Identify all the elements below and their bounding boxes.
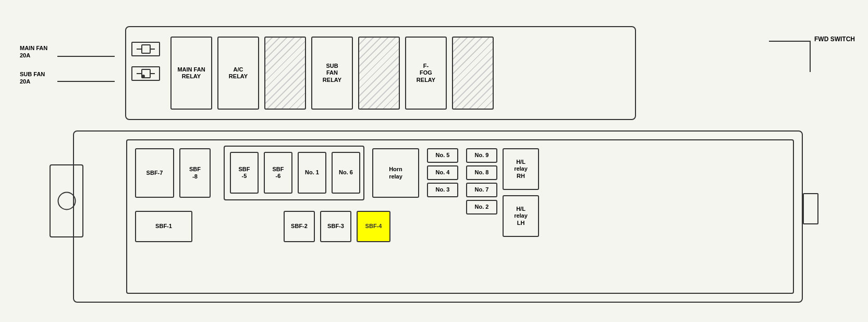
sbf6-box: SBF-6 [264,152,292,194]
no6-box: No. 6 [332,152,360,194]
no1-box: No. 1 [298,152,326,194]
main-fan-label: MAIN FAN20A [20,44,47,59]
no3-box: No. 3 [427,183,458,197]
inner-section-box: SBF-7 SBF-8 SBF-5 SBF-6 No. 1 [126,139,794,294]
sbf3-box: SBF-3 [320,211,351,242]
blank-relay-3 [452,37,494,110]
hl-relay-rh-box: H/LrelayRH [503,148,539,190]
bottom-main-box: SBF-7 SBF-8 SBF-5 SBF-6 No. 1 [73,130,803,303]
fuse-diagram: MAIN FAN20A SUB FAN20A MAIN FAN RELAY A/… [10,10,858,313]
sbf7-box: SBF-7 [135,148,174,198]
sub-fan-fuse-symbol [131,66,160,81]
f-fog-relay-box: F-FOGRELAY [405,37,447,110]
top-relay-box: MAIN FAN RELAY A/CRELAY SUBFANRELAY F-FO… [125,26,636,120]
blank-relay-2 [358,37,400,110]
sub-fan-relay-box: SUBFANRELAY [311,37,353,110]
no7-box: No. 7 [466,183,497,197]
no-col-2: No. 9 No. 8 No. 7 No. 2 [466,148,497,214]
sbf1-box: SBF-1 [135,211,192,242]
hl-relay-lh-box: H/LrelayLH [503,195,539,237]
no2-box: No. 2 [466,200,497,214]
no8-box: No. 8 [466,165,497,180]
no4-box: No. 4 [427,165,458,180]
sbf4-box: SBF-4 [357,211,390,242]
sbf5-box: SBF-5 [230,152,259,194]
main-fan-relay-box: MAIN FAN RELAY [170,37,212,110]
right-connector-tab [803,193,818,224]
inner-sub-box: SBF-5 SBF-6 No. 1 No. 6 [224,146,364,200]
main-fan-fuse-symbol [131,42,160,56]
horn-relay-box: Hornrelay [372,148,419,198]
sub-fan-label: SUB FAN20A [20,70,45,86]
no9-box: No. 9 [466,148,497,163]
fwd-switch-line [769,41,811,42]
no5-box: No. 5 [427,148,458,163]
sbf2-box: SBF-2 [284,211,315,242]
no-col-1: No. 5 No. 4 No. 3 [427,148,458,197]
main-fan-line [57,56,115,57]
sub-fan-line [57,81,115,82]
ac-relay-box: A/CRELAY [217,37,259,110]
blank-relay-1 [264,37,306,110]
sbf8-box: SBF-8 [179,148,211,198]
fwd-switch-label: FWD SWITCH [814,35,855,44]
fwd-switch-vert-line [810,41,811,72]
